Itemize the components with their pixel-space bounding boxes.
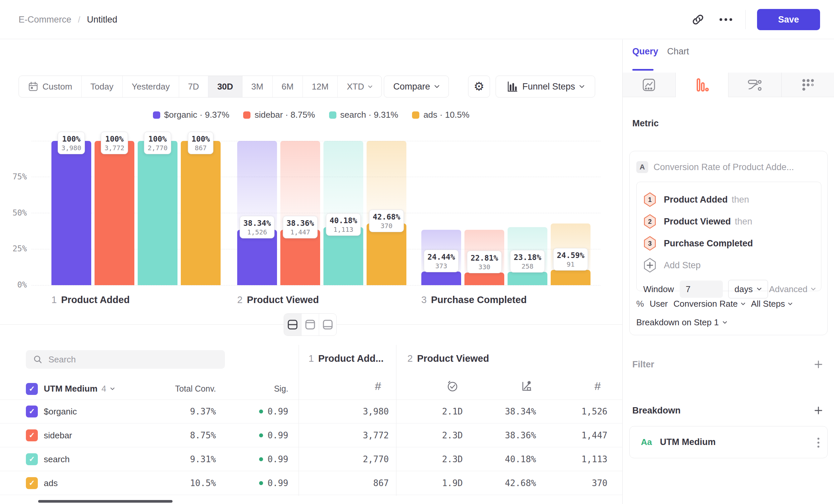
measurement-dropdown[interactable]: Conversion Rate — [674, 299, 745, 309]
bar-value-label: 22.81%330 — [467, 251, 502, 273]
advanced-toggle[interactable]: Advanced — [769, 280, 816, 298]
table-group-header-step1[interactable]: 1 Product Add... — [309, 353, 383, 364]
breakdown-item-card[interactable]: Aa UTM Medium — [629, 426, 828, 458]
copy-link-button[interactable] — [690, 11, 706, 28]
date-range-custom[interactable]: Custom — [19, 76, 82, 97]
metric-step-3[interactable]: 3Purchase Completed — [643, 236, 814, 251]
bar-count: 1,526 — [243, 228, 271, 236]
funnel-bar-step2-search[interactable] — [324, 227, 363, 285]
funnel-bar-step3-ads[interactable] — [551, 270, 591, 285]
legend-item-ads[interactable]: ads · 10.5% — [412, 110, 469, 120]
funnel-bar-step1-search[interactable] — [138, 141, 177, 285]
calendar-icon — [28, 81, 39, 92]
metric-letter-badge: A — [636, 161, 648, 173]
funnel-bar-step1-ads[interactable] — [181, 141, 221, 285]
date-range-3m[interactable]: 3M — [242, 76, 273, 97]
metric-step-1[interactable]: 1Product Addedthen — [643, 192, 814, 207]
date-range-today[interactable]: Today — [82, 76, 123, 97]
sig-column-header[interactable]: Sig. — [222, 378, 288, 399]
bar-value-label: 100%3,980 — [58, 132, 85, 154]
row-checkbox[interactable]: ✓ — [26, 429, 38, 441]
breakdown-column-header[interactable]: UTM Medium 4 — [44, 378, 115, 399]
bar-conversion-pct: 22.81% — [470, 254, 498, 262]
breadcrumb-project[interactable]: E-Commerce — [19, 15, 71, 25]
breadcrumb-report-title[interactable]: Untitled — [87, 15, 117, 25]
tab-query[interactable]: Query — [632, 46, 658, 57]
add-filter-button[interactable] — [812, 359, 825, 370]
select-all-checkbox[interactable]: ✓ — [26, 383, 38, 395]
report-type-funnels[interactable] — [676, 73, 729, 97]
row-checkbox[interactable]: ✓ — [26, 453, 38, 465]
legend-item-sidebar[interactable]: sidebar · 8.75% — [243, 110, 315, 120]
step-number-badge: 2 — [643, 214, 657, 229]
top-bar: E-Commerce / Untitled — [0, 0, 834, 39]
funnel-bar-step2-ads[interactable] — [367, 224, 407, 285]
breakdown-item-menu-button[interactable] — [817, 427, 819, 459]
report-type-flows[interactable] — [728, 73, 782, 97]
breakdown-on-step-dropdown[interactable]: Breakdown on Step 1 — [636, 315, 727, 329]
row-checkbox[interactable]: ✓ — [26, 477, 38, 489]
counting-entity-dropdown[interactable]: User — [650, 299, 668, 309]
top-actions: Save — [690, 0, 820, 39]
row-avg-time-to-convert: 2.3D — [407, 423, 463, 447]
horizontal-scrollbar[interactable] — [38, 500, 173, 503]
legend-label: sidebar · 8.75% — [255, 110, 315, 120]
date-range-30d[interactable]: 30D — [208, 76, 242, 97]
date-range-7d[interactable]: 7D — [179, 76, 208, 97]
funnel-bar-step3-sidebar[interactable] — [464, 273, 504, 285]
date-range-6m[interactable]: 6M — [273, 76, 303, 97]
window-value-input[interactable]: 7 — [680, 280, 723, 298]
add-step-button[interactable]: Add Step — [643, 258, 814, 273]
legend-item-search[interactable]: search · 9.31% — [329, 110, 398, 120]
step-number-badge: 1 — [643, 192, 657, 207]
report-type-insights[interactable] — [623, 73, 676, 97]
table-row-ads: ✓ads10.5%0.998671.9D42.68%370 — [0, 471, 622, 495]
funnel-bar-step3-search[interactable] — [508, 272, 547, 285]
chart-only-view-button[interactable] — [302, 314, 319, 336]
row-step1-count: 3,980 — [323, 399, 389, 423]
date-range-xtd[interactable]: XTD — [338, 76, 381, 97]
tab-chart[interactable]: Chart — [667, 46, 689, 57]
report-type-retention[interactable] — [782, 73, 834, 97]
window-label: Window — [643, 280, 674, 298]
table-group-header-step2[interactable]: 2 Product Viewed — [408, 353, 489, 364]
date-range-12m[interactable]: 12M — [303, 76, 338, 97]
table-search-input[interactable]: Search — [26, 350, 225, 369]
metric-card: A Conversion Rate of Product Adde... Win… — [629, 151, 828, 335]
legend-swatch — [412, 111, 419, 119]
metric-step-2[interactable]: 2Product Viewedthen — [643, 214, 814, 229]
row-significance: 0.99 — [222, 423, 288, 447]
chart-type-button[interactable]: Funnel Steps — [496, 76, 595, 97]
row-step2-count: 1,113 — [551, 447, 608, 471]
metric-name[interactable]: Conversion Rate of Product Adde... — [654, 161, 794, 173]
compare-button[interactable]: Compare — [384, 76, 449, 97]
steps-scope-dropdown[interactable]: All Steps — [751, 299, 793, 309]
retention-icon — [800, 77, 815, 92]
funnel-bar-step1-sidebar[interactable] — [94, 141, 134, 285]
funnels-icon — [695, 77, 709, 92]
chart-legend: $organic · 9.37%sidebar · 8.75%search · … — [0, 110, 622, 120]
split-view-button[interactable] — [284, 314, 302, 336]
bar-value-label: 100%3,772 — [101, 132, 128, 154]
save-button[interactable]: Save — [757, 9, 820, 30]
row-total-conv: 8.75% — [150, 423, 216, 447]
more-menu-button[interactable] — [718, 11, 734, 28]
query-panel: Query Chart — [622, 40, 834, 504]
advanced-label: Advanced — [769, 284, 808, 294]
add-breakdown-button[interactable] — [812, 405, 825, 416]
chart-settings-button[interactable]: ⚙ — [468, 76, 490, 97]
bar-count: 258 — [513, 262, 541, 270]
bar-conversion-pct: 38.36% — [286, 219, 314, 227]
total-conv-column-header[interactable]: Total Conv. — [150, 378, 216, 399]
breakdown-on-step-label: Breakdown on Step 1 — [636, 317, 719, 327]
date-range-yesterday[interactable]: Yesterday — [123, 76, 179, 97]
table-only-view-button[interactable] — [319, 314, 336, 336]
legend-item-organic[interactable]: $organic · 9.37% — [153, 110, 229, 120]
step-number-badge: 3 — [643, 236, 657, 251]
row-checkbox[interactable]: ✓ — [26, 406, 38, 417]
funnel-bar-step3-organic[interactable] — [421, 272, 461, 285]
step-index: 1 — [51, 294, 57, 305]
chevron-down-icon — [741, 302, 745, 305]
window-unit-select[interactable]: days — [728, 280, 768, 298]
funnel-bar-step1-organic[interactable] — [51, 141, 91, 285]
